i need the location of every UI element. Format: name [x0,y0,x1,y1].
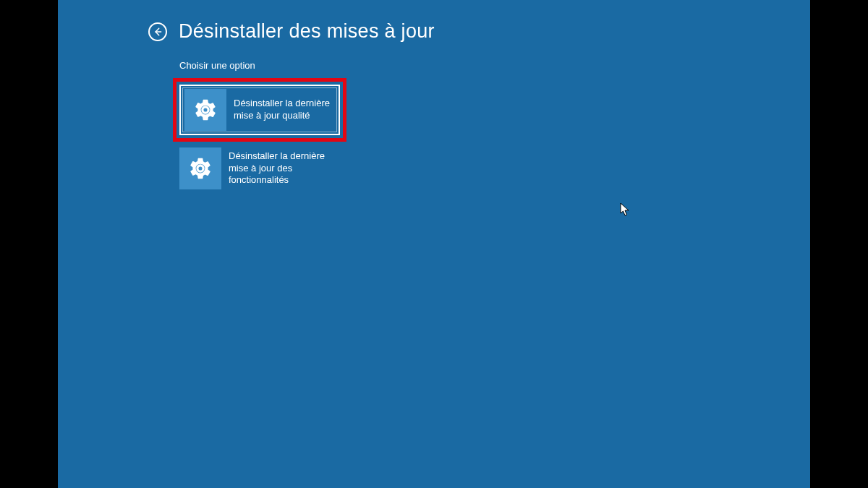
back-button[interactable] [148,22,167,41]
option-uninstall-feature-update[interactable]: Désinstaller la dernière mise à jour des… [179,143,340,194]
option-uninstall-quality-update[interactable]: Désinstaller la dernière mise à jour qua… [179,85,340,135]
mouse-cursor-icon [620,202,630,217]
back-arrow-icon [153,27,163,37]
page-title: Désinstaller des mises à jour [179,20,435,43]
gear-icon [188,156,213,181]
header: Désinstaller des mises à jour [58,0,810,43]
option-label: Désinstaller la dernière mise à jour qua… [226,98,336,122]
option-icon-box [184,89,226,131]
gear-icon [193,98,218,122]
option-label: Désinstaller la dernière mise à jour des… [221,150,340,187]
recovery-screen: Désinstaller des mises à jour Choisir un… [58,0,810,488]
options-list: Désinstaller la dernière mise à jour qua… [179,78,810,194]
highlight-box: Désinstaller la dernière mise à jour qua… [173,78,346,142]
subtitle: Choisir une option [179,60,810,71]
option-icon-box [179,147,221,189]
